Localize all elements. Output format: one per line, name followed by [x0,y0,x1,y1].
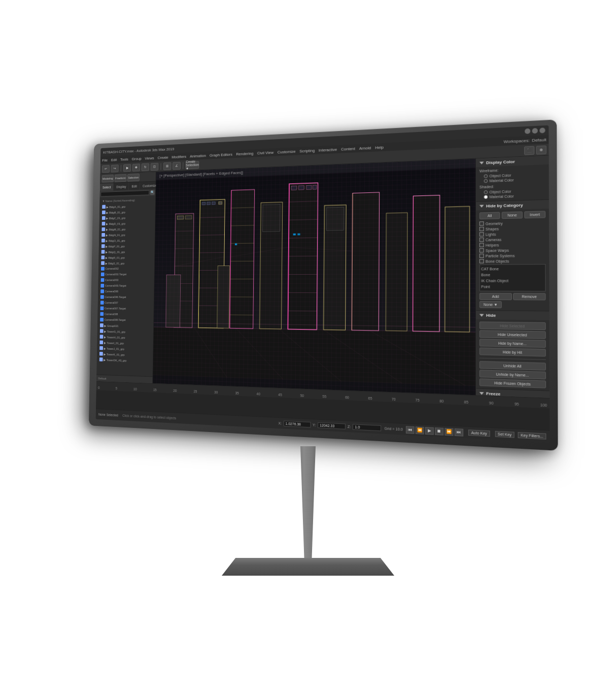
go-end-btn[interactable]: ⏭ [455,428,463,436]
cat-bone-objects[interactable]: Bone Objects [480,258,545,263]
menu-file[interactable]: File [102,158,108,162]
check-helpers[interactable] [480,243,484,247]
menu-interactive[interactable]: Interactive [319,147,337,153]
maximize-button[interactable] [532,128,538,134]
menu-views[interactable]: Views [145,156,154,160]
list-item[interactable]: Camera007 [98,300,153,306]
check-shapes[interactable] [480,227,484,231]
radio-wireframe-obj[interactable] [484,174,488,178]
cat-shapes[interactable]: Shapes [480,225,545,231]
none-bottom-btn[interactable]: None ▼ [480,301,502,308]
add-bone-btn[interactable]: Add [480,293,512,300]
unhide-all-btn[interactable]: Unhide All [480,361,546,371]
scene-search[interactable] [100,190,149,197]
radio-shaded-mat[interactable] [484,195,488,199]
check-particles[interactable] [480,254,484,258]
invert-btn[interactable]: Invert [524,211,545,218]
menu-civil-view[interactable]: Civil View [257,150,273,155]
toolbar-scale[interactable]: ⊡ [151,162,159,171]
hide-unselected-btn[interactable]: Hide Unselected [480,330,546,339]
hide-frozen-btn[interactable]: Hide Frozen Objects [480,378,546,388]
go-start-btn[interactable]: ⏮ [406,426,415,434]
list-item[interactable]: ▶ BldgR_01_grp [99,254,154,260]
helpers-label: Helpers [486,243,499,247]
all-btn[interactable]: All [480,212,500,219]
play-btn[interactable]: ▶ [425,427,434,435]
toolbar-rotate[interactable]: ↻ [142,163,150,171]
radio-wireframe-mat[interactable] [484,179,488,183]
next-frame-btn[interactable]: ⏩ [444,427,453,436]
menu-create[interactable]: Create [158,155,168,159]
list-item[interactable]: Camera006.Target [99,294,153,300]
minimize-button[interactable] [525,128,530,134]
search-btn[interactable]: 🔍 [150,190,155,195]
check-spacewarps[interactable] [480,248,484,253]
cat-space-warps[interactable]: Space Warps [480,248,545,253]
hide-header[interactable]: Hide [476,311,549,320]
remove-bone-btn[interactable]: Remove [513,293,546,300]
modeling-mode[interactable]: Modeling [102,175,114,183]
none-btn[interactable]: None [502,211,523,219]
toolbar-undo[interactable]: ↩ [102,165,110,173]
list-item[interactable]: Camera003.Target [99,283,153,288]
cat-cameras[interactable]: Cameras [480,237,545,242]
list-item[interactable]: Camera002 [99,265,154,272]
toolbar-angle-snap[interactable]: ∠ [173,161,181,170]
stop-btn[interactable]: ⏹ [435,427,443,435]
set-key-btn[interactable]: Set Key [495,431,515,438]
check-cameras[interactable] [480,238,484,242]
z-coord[interactable]: 1.0 [353,424,381,431]
y-coord[interactable]: 12042.33 [318,422,346,429]
key-filters-btn[interactable]: Key Filters... [518,432,546,440]
menu-edit[interactable]: Edit [111,157,117,162]
menu-scripting[interactable]: Scripting [299,148,315,153]
menu-graph-editors[interactable]: Graph Editors [210,152,232,157]
list-item[interactable]: ▶ TowerOK_43_grp [97,356,152,363]
viewport[interactable]: [+ [Perspective] [Standard] [Facets + Ed… [153,159,475,395]
toolbar-move[interactable]: ✚ [132,163,141,172]
menu-help[interactable]: Help [375,145,384,150]
prev-frame-btn[interactable]: ⏪ [416,426,424,435]
toolbar-snap[interactable]: ⊞ [163,162,172,170]
check-lights[interactable] [480,232,484,237]
menu-animation[interactable]: Animation [190,153,206,158]
unhide-by-name-btn[interactable]: Unhide by Name... [480,370,546,379]
tab-edit[interactable]: Edit [129,182,140,190]
menu-group[interactable]: Group [132,156,142,161]
toolbar-render[interactable]: ⬛ [524,146,534,155]
shaded-material-color[interactable]: Material Color [484,193,545,199]
toolbar-select[interactable]: ▶ [123,164,131,172]
list-item[interactable]: Camera002.Target [99,271,153,277]
cat-geometry[interactable]: Geometry [480,220,545,226]
toolbar-create-selection[interactable]: Create Selection ▼ [186,161,199,169]
freeform-mode[interactable]: Freeform [115,174,127,182]
toolbar-redo[interactable]: ↪ [111,164,118,172]
auto-key-btn[interactable]: Auto Key [468,429,490,437]
tab-display[interactable]: Display [114,182,129,190]
check-bones[interactable] [480,259,484,263]
hide-by-name-btn[interactable]: Hide by Name... [480,339,546,348]
close-button[interactable] [539,127,545,133]
hide-selected-btn[interactable]: Hide Selected [480,321,546,330]
menu-content[interactable]: Content [341,146,355,151]
check-geometry[interactable] [480,221,484,226]
toolbar-material[interactable]: ⊕ [536,145,546,154]
menu-tools[interactable]: Tools [120,157,128,161]
list-item[interactable]: Camera006 [99,288,153,294]
menu-customize[interactable]: Customize [278,149,296,154]
list-item[interactable]: ▶ BldgS_01_grp [99,260,154,266]
menu-rendering[interactable]: Rendering [236,151,253,156]
cat-helpers[interactable]: Helpers [480,242,545,247]
hide-by-hit-btn[interactable]: Hide by Hit [480,348,546,357]
menu-arnold[interactable]: Arnold [359,145,371,150]
list-item[interactable]: Camera003 [99,277,153,283]
x-coord[interactable]: 1.0276.38 [284,421,311,428]
menu-modifiers[interactable]: Modifiers [172,154,186,159]
tab-select[interactable]: Select [100,183,114,191]
cat-lights[interactable]: Lights [480,231,545,237]
selection-mode[interactable]: Selection [127,173,140,181]
cat-particle-systems[interactable]: Particle Systems [480,253,545,258]
particles-label: Particle Systems [486,254,515,258]
radio-shaded-obj[interactable] [484,190,488,194]
display-panel: Display Color Wireframe: [475,156,550,398]
